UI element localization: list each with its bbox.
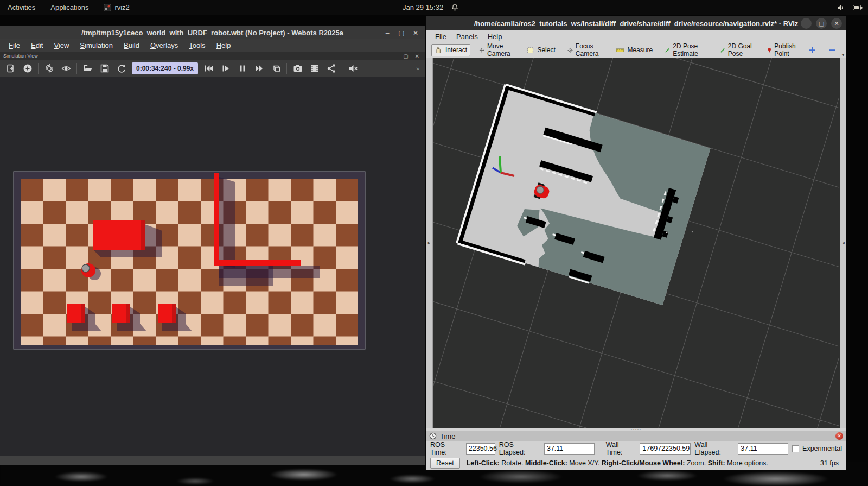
clock-icon [429, 432, 437, 440]
pause-button[interactable] [236, 62, 248, 74]
rviz-minimize-button[interactable]: – [801, 18, 812, 29]
wall-time-label: Wall Time: [606, 441, 636, 456]
views-panel-expander[interactable]: ◂ [840, 58, 846, 428]
measure-icon [616, 46, 624, 54]
map-speck-2 [692, 231, 693, 232]
clock[interactable]: Jan 29 15:32 [403, 3, 443, 11]
webots-titlebar[interactable]: /tmp/tmp15y1ceco_world_with_URDF_robot.w… [0, 26, 425, 39]
webots-window: /tmp/tmp15y1ceco_world_with_URDF_robot.w… [0, 26, 425, 465]
hand-icon [435, 46, 443, 54]
tool-select[interactable]: Select [523, 44, 558, 56]
reload-world-button[interactable] [43, 62, 55, 74]
rviz2-app-icon [104, 4, 111, 11]
rviz-maximize-button[interactable]: ▢ [816, 18, 827, 29]
tool-move-camera[interactable]: Move Camera [476, 40, 518, 60]
ros-time-label: ROS Time: [430, 441, 462, 456]
save-button[interactable] [98, 62, 111, 74]
notification-bell-icon[interactable] [451, 3, 459, 11]
add-tool-button[interactable] [808, 46, 816, 54]
webots-toolbar: 0:00:34:240 - 0.99x [0, 60, 425, 77]
rviz-toolbar: Interact Move Camera Select Focus Camera… [426, 42, 846, 58]
rviz-titlebar[interactable]: /home/camila/ros2_tutorials_ws/install/d… [426, 16, 846, 30]
rviz-close-button[interactable]: ✕ [831, 18, 842, 29]
webots-3d-viewport[interactable] [0, 77, 425, 456]
tool-2d-pose-estimate[interactable]: 2D Pose Estimate [661, 40, 711, 60]
restore-viewpoint-icon[interactable] [60, 62, 72, 74]
move-camera-icon [479, 46, 484, 54]
toolbar-overflow-chevron[interactable]: » [416, 65, 420, 72]
ros-elapsed-label: ROS Elapsed: [499, 441, 540, 456]
time-panel-close-button[interactable]: ✕ [835, 432, 843, 440]
battery-icon[interactable] [853, 4, 863, 11]
simulation-view-label: Simulation View [3, 53, 38, 59]
fast-forward-button[interactable] [253, 62, 265, 74]
webots-robot[interactable] [81, 263, 95, 277]
mute-sound-button[interactable] [347, 62, 359, 74]
simulation-time-display[interactable]: 0:00:34:240 - 0.99x [132, 62, 198, 74]
webots-bottom-strip [0, 456, 425, 465]
toolbar-dropdown-arrow[interactable]: ▾ [842, 53, 844, 58]
reset-simulation-button[interactable] [115, 62, 127, 74]
publish-point-pin-icon [767, 46, 772, 54]
sim-time-value: 0:00:34:240 [136, 65, 171, 72]
scene-tree-toggle-button[interactable] [4, 62, 17, 74]
webots-menu-file[interactable]: File [3, 40, 25, 51]
add-node-button[interactable] [21, 62, 34, 74]
tool-interact[interactable]: Interact [431, 44, 470, 56]
time-panel-header: Time ✕ [426, 431, 846, 441]
rviz-3d-view[interactable] [433, 58, 840, 428]
volume-icon[interactable] [837, 4, 845, 11]
applications-menu[interactable]: Applications [43, 0, 96, 15]
reset-button[interactable]: Reset [430, 458, 460, 469]
rviz-menu-panels[interactable]: Panels [451, 32, 483, 41]
step-button[interactable] [219, 62, 232, 74]
webots-menu-overlays[interactable]: Overlays [145, 40, 183, 51]
rviz-window-title: /home/camila/ros2_tutorials_ws/install/d… [474, 20, 799, 28]
screenshot-button[interactable] [291, 62, 304, 74]
tool-publish-point[interactable]: Publish Point [764, 40, 803, 60]
open-file-button[interactable] [81, 62, 94, 74]
mouse-help-text: Left-Click: Rotate. Middle-Click: Move X… [467, 459, 768, 467]
red-box[interactable] [93, 220, 145, 250]
ros-elapsed-field[interactable]: 37.11 [544, 443, 595, 455]
wall-elapsed-field[interactable]: 37.11 [738, 443, 788, 455]
tool-focus-camera[interactable]: Focus Camera [564, 40, 608, 60]
webots-window-title: /tmp/tmp15y1ceco_world_with_URDF_robot.w… [81, 29, 343, 37]
wall-time-field[interactable]: 1769722350.59 [640, 443, 691, 455]
simulation-view-tab-bar: Simulation View ▢ ✕ [0, 52, 425, 60]
webots-close-button[interactable]: ✕ [409, 29, 423, 37]
rviz-menu-help[interactable]: Help [483, 32, 507, 41]
remove-tool-button[interactable] [828, 46, 837, 54]
rviz-window: /home/camila/ros2_tutorials_ws/install/d… [426, 16, 846, 470]
share-button[interactable] [325, 62, 337, 74]
experimental-checkbox[interactable] [792, 445, 799, 452]
experimental-label: Experimental [802, 445, 842, 452]
checkerboard-arena[interactable] [14, 172, 365, 349]
activities-button[interactable]: Activities [0, 0, 43, 15]
webots-maximize-button[interactable]: ▢ [394, 29, 409, 37]
rewind-button[interactable] [202, 62, 215, 74]
rviz-menu-file[interactable]: File [430, 32, 451, 41]
webots-menu-simulation[interactable]: Simulation [74, 40, 118, 51]
movie-record-button[interactable] [308, 62, 321, 74]
webots-minimize-button[interactable]: – [380, 29, 394, 37]
webots-menu-view[interactable]: View [48, 40, 74, 51]
webots-menu-edit[interactable]: Edit [25, 40, 48, 51]
tool-2d-goal-pose[interactable]: 2D Goal Pose [717, 40, 758, 60]
webots-menu-build[interactable]: Build [118, 40, 145, 51]
pose-estimate-arrow-icon [665, 46, 670, 54]
webots-menu-help[interactable]: Help [211, 40, 237, 51]
ros-time-field[interactable]: 22350.56 [466, 443, 495, 455]
rviz2-taskbar-item[interactable]: rviz2 [96, 0, 137, 15]
red-cubes[interactable] [67, 304, 176, 323]
webots-menu-tools[interactable]: Tools [183, 40, 210, 51]
wall-elapsed-label: Wall Elapsed: [694, 441, 734, 456]
displays-panel-expander[interactable]: ▸ [426, 58, 433, 428]
render-toggle-button[interactable] [270, 62, 282, 74]
time-panel-fields: ROS Time: 22350.56 ROS Elapsed: 37.11 Wa… [426, 441, 846, 456]
time-panel-title: Time [440, 432, 455, 440]
map-speck [666, 231, 667, 233]
simulation-view-float-button[interactable]: ▢ [403, 53, 408, 59]
tool-measure[interactable]: Measure [612, 44, 656, 56]
simulation-view-close-button[interactable]: ✕ [415, 53, 419, 59]
